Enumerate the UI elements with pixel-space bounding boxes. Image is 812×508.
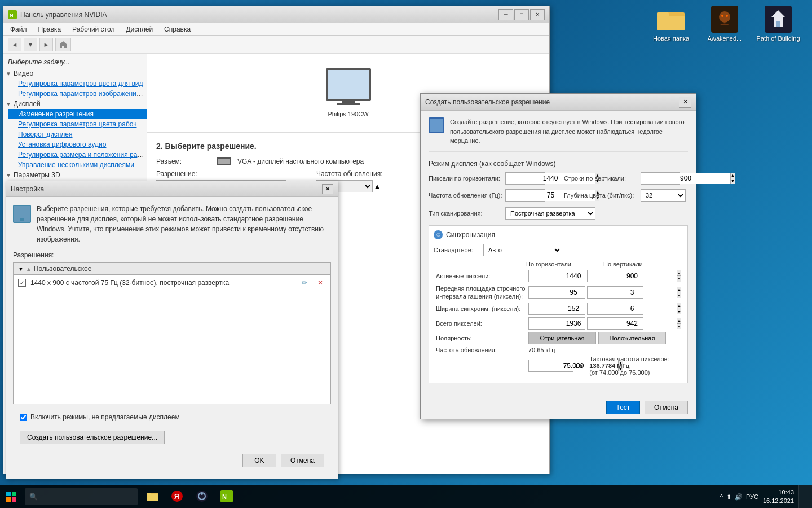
- refresh-dropdown-arrow[interactable]: ▲: [374, 182, 381, 190]
- sw-v-down[interactable]: ▼: [677, 309, 681, 315]
- total-pixels-v-input[interactable]: [588, 318, 677, 329]
- refresh-rate-value: 70.65 кГц: [528, 347, 681, 353]
- rows-v-input[interactable]: [641, 173, 730, 184]
- front-porch-v-input[interactable]: [588, 287, 677, 298]
- sidebar-item-size-pos[interactable]: Регулировка размера и положения рабо: [8, 150, 147, 160]
- setup-ok-button[interactable]: OK: [242, 454, 276, 467]
- home-button[interactable]: [55, 38, 71, 51]
- volume-icon[interactable]: 🔊: [735, 493, 743, 501]
- sidebar-item-multi-display[interactable]: Управление несколькими дисплеями: [8, 160, 147, 170]
- setup-info: Выберите разрешения, которые требуется д…: [13, 204, 331, 244]
- create-monitor-icon: [429, 117, 444, 133]
- pixel-clock-info-block: Тактовая частота пикселов: 136.7784 МГц …: [589, 356, 669, 376]
- menu-edit[interactable]: Правка: [34, 24, 66, 34]
- svg-point-4: [719, 11, 730, 23]
- setup-close-button[interactable]: ✕: [322, 184, 333, 194]
- svg-rect-17: [147, 494, 158, 501]
- pixels-h-row: Пиксели по горизонтали: ▲ ▼: [429, 172, 553, 185]
- sync-col-v: По вертикали: [603, 261, 681, 268]
- close-button[interactable]: ✕: [530, 9, 545, 20]
- sync-width-v-input[interactable]: [588, 303, 677, 314]
- taskbar-search[interactable]: 🔍: [25, 488, 138, 505]
- taskbar-sys-tray: ^ ⬆ 🔊 РУС: [720, 485, 763, 508]
- taskbar-clock[interactable]: 10:43 16.12.2021: [763, 488, 798, 506]
- video-color-label: Регулировка параметров цвета для вид: [18, 80, 144, 87]
- polarity-h-button[interactable]: Отрицательная: [528, 332, 596, 344]
- polarity-v-button[interactable]: Положительная: [598, 332, 666, 344]
- toolbar: ◄ ▼ ►: [3, 36, 549, 54]
- sync-standard-select[interactable]: Авто: [483, 244, 562, 256]
- nvidia-title-icon: N: [8, 10, 17, 19]
- taskbar-app-explorer[interactable]: [140, 485, 165, 508]
- scan-type-select[interactable]: Построчная развертка: [505, 207, 595, 220]
- desktop-icon-new-folder[interactable]: Новая папка: [648, 6, 694, 42]
- setup-title: Настройка: [11, 185, 322, 193]
- delete-resolution-button[interactable]: ✕: [315, 277, 326, 288]
- create-dialog: Создать пользовательское разрешение ✕ Со…: [420, 93, 696, 419]
- svg-rect-12: [12, 492, 16, 496]
- polarity-row: Полярность: Отрицательная Положительная: [434, 332, 683, 344]
- setup-titlebar: Настройка ✕: [6, 181, 338, 197]
- sidebar-item-display-group[interactable]: ▼ Дисплей: [3, 99, 147, 109]
- sys-tray-arrows[interactable]: ^: [720, 493, 723, 500]
- include-modes-checkbox[interactable]: [20, 414, 27, 421]
- forward-button[interactable]: ►: [39, 38, 53, 51]
- tp-v-up[interactable]: ▲: [677, 318, 681, 324]
- minimize-button[interactable]: ─: [498, 9, 513, 20]
- create-cancel-button[interactable]: Отмена: [645, 401, 688, 414]
- ap-v-up[interactable]: ▲: [677, 270, 681, 277]
- active-pixels-v-input[interactable]: [588, 270, 677, 282]
- back-button[interactable]: ◄: [8, 38, 21, 51]
- taskbar-apps: Я N: [140, 485, 430, 508]
- refresh-hz-spinner: ▲ ▼: [505, 189, 545, 202]
- sync-col-h: По горизонтали: [526, 261, 603, 268]
- setup-ok-cancel: OK Отмена: [13, 449, 331, 472]
- desktop-icon-awakened[interactable]: Awakened...: [702, 6, 747, 42]
- sidebar-item-video-color[interactable]: Регулировка параметров цвета для вид: [8, 78, 147, 89]
- start-button[interactable]: [0, 485, 23, 508]
- rows-v-up[interactable]: ▲: [731, 173, 735, 179]
- video-group-label: Видео: [14, 69, 144, 77]
- language-indicator[interactable]: РУС: [746, 493, 758, 500]
- fp-v-down[interactable]: ▼: [677, 292, 681, 298]
- setup-bottom: Создать пользовательское разрешение...: [13, 426, 331, 449]
- pixel-clock-spinner: ▲ ▼: [528, 360, 573, 372]
- rotate-label: Поворот дисплея: [18, 130, 144, 138]
- menu-file[interactable]: Файл: [6, 24, 32, 34]
- monitor-display-area: [326, 68, 371, 101]
- taskbar-app-yandex[interactable]: Я: [165, 485, 189, 508]
- menu-display[interactable]: Дисплей: [121, 24, 157, 34]
- resolution-checkbox[interactable]: [18, 279, 26, 287]
- maximize-button[interactable]: □: [514, 9, 529, 20]
- menu-help[interactable]: Справка: [160, 24, 195, 34]
- path-of-building-icon: [765, 6, 792, 33]
- sidebar-item-video-image[interactable]: Регулировка параметров изображения д: [8, 89, 147, 99]
- color-depth-select[interactable]: 32: [641, 189, 686, 202]
- group-expand-arrow[interactable]: ▼: [18, 266, 24, 272]
- sidebar-item-resolution[interactable]: Изменение разрешения: [8, 109, 147, 119]
- resolution-label: Изменение разрешения: [18, 110, 144, 118]
- sidebar-item-3d-group[interactable]: ▼ Параметры 3D: [3, 170, 147, 180]
- tp-v-down[interactable]: ▼: [677, 324, 681, 330]
- show-desktop-button[interactable]: [798, 485, 812, 508]
- video-image-label: Регулировка параметров изображения д: [18, 90, 144, 98]
- menu-desktop[interactable]: Рабочий стол: [68, 24, 119, 34]
- dropdown-button[interactable]: ▼: [24, 38, 37, 51]
- sw-v-up[interactable]: ▲: [677, 303, 681, 309]
- desktop-icon-path-of-building[interactable]: Path of Building: [756, 6, 801, 42]
- taskbar-app-nvidia[interactable]: N: [214, 485, 239, 508]
- test-button[interactable]: Тест: [606, 401, 640, 414]
- create-custom-resolution-button[interactable]: Создать пользовательское разрешение...: [20, 431, 165, 444]
- taskbar-app-steam[interactable]: [189, 485, 214, 508]
- edit-resolution-button[interactable]: ✏: [299, 277, 310, 288]
- sidebar-item-rotate[interactable]: Поворот дисплея: [8, 129, 147, 139]
- sidebar-item-video-group[interactable]: ▼ Видео: [3, 68, 147, 78]
- ap-v-down[interactable]: ▼: [677, 276, 681, 282]
- sidebar-item-display-color[interactable]: Регулировка параметров цвета рабоч: [8, 119, 147, 129]
- sidebar-item-audio[interactable]: Установка цифрового аудио: [8, 139, 147, 150]
- rows-v-down[interactable]: ▼: [731, 178, 735, 184]
- fp-v-up[interactable]: ▲: [677, 287, 681, 293]
- setup-cancel-button[interactable]: Отмена: [281, 454, 324, 467]
- create-close-button[interactable]: ✕: [679, 97, 691, 108]
- create-titlebar: Создать пользовательское разрешение ✕: [421, 94, 696, 111]
